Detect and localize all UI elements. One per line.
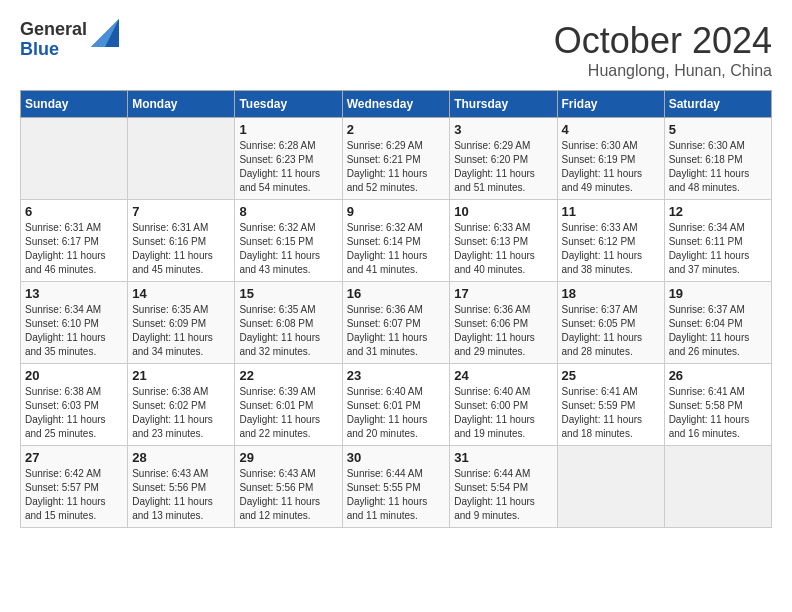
day-number: 16 bbox=[347, 286, 446, 301]
day-info: Sunrise: 6:30 AM Sunset: 6:19 PM Dayligh… bbox=[562, 139, 660, 195]
day-number: 15 bbox=[239, 286, 337, 301]
day-number: 7 bbox=[132, 204, 230, 219]
calendar-cell: 25Sunrise: 6:41 AM Sunset: 5:59 PM Dayli… bbox=[557, 364, 664, 446]
calendar-cell: 20Sunrise: 6:38 AM Sunset: 6:03 PM Dayli… bbox=[21, 364, 128, 446]
day-info: Sunrise: 6:31 AM Sunset: 6:16 PM Dayligh… bbox=[132, 221, 230, 277]
calendar-cell: 2Sunrise: 6:29 AM Sunset: 6:21 PM Daylig… bbox=[342, 118, 450, 200]
day-info: Sunrise: 6:44 AM Sunset: 5:54 PM Dayligh… bbox=[454, 467, 552, 523]
day-info: Sunrise: 6:30 AM Sunset: 6:18 PM Dayligh… bbox=[669, 139, 767, 195]
day-number: 19 bbox=[669, 286, 767, 301]
day-info: Sunrise: 6:28 AM Sunset: 6:23 PM Dayligh… bbox=[239, 139, 337, 195]
day-info: Sunrise: 6:37 AM Sunset: 6:05 PM Dayligh… bbox=[562, 303, 660, 359]
day-info: Sunrise: 6:32 AM Sunset: 6:15 PM Dayligh… bbox=[239, 221, 337, 277]
weekday-header: Tuesday bbox=[235, 91, 342, 118]
calendar-cell: 3Sunrise: 6:29 AM Sunset: 6:20 PM Daylig… bbox=[450, 118, 557, 200]
day-info: Sunrise: 6:44 AM Sunset: 5:55 PM Dayligh… bbox=[347, 467, 446, 523]
day-number: 24 bbox=[454, 368, 552, 383]
calendar-cell bbox=[557, 446, 664, 528]
day-info: Sunrise: 6:37 AM Sunset: 6:04 PM Dayligh… bbox=[669, 303, 767, 359]
calendar-cell: 14Sunrise: 6:35 AM Sunset: 6:09 PM Dayli… bbox=[128, 282, 235, 364]
day-number: 12 bbox=[669, 204, 767, 219]
title-section: October 2024 Huanglong, Hunan, China bbox=[554, 20, 772, 80]
day-info: Sunrise: 6:33 AM Sunset: 6:13 PM Dayligh… bbox=[454, 221, 552, 277]
day-info: Sunrise: 6:29 AM Sunset: 6:20 PM Dayligh… bbox=[454, 139, 552, 195]
day-info: Sunrise: 6:29 AM Sunset: 6:21 PM Dayligh… bbox=[347, 139, 446, 195]
logo: General Blue bbox=[20, 20, 119, 60]
day-number: 13 bbox=[25, 286, 123, 301]
calendar-cell: 27Sunrise: 6:42 AM Sunset: 5:57 PM Dayli… bbox=[21, 446, 128, 528]
calendar-week-row: 27Sunrise: 6:42 AM Sunset: 5:57 PM Dayli… bbox=[21, 446, 772, 528]
day-number: 30 bbox=[347, 450, 446, 465]
calendar-cell: 28Sunrise: 6:43 AM Sunset: 5:56 PM Dayli… bbox=[128, 446, 235, 528]
day-info: Sunrise: 6:40 AM Sunset: 6:01 PM Dayligh… bbox=[347, 385, 446, 441]
day-number: 4 bbox=[562, 122, 660, 137]
calendar-cell: 13Sunrise: 6:34 AM Sunset: 6:10 PM Dayli… bbox=[21, 282, 128, 364]
weekday-header: Friday bbox=[557, 91, 664, 118]
calendar-cell: 24Sunrise: 6:40 AM Sunset: 6:00 PM Dayli… bbox=[450, 364, 557, 446]
calendar-cell: 31Sunrise: 6:44 AM Sunset: 5:54 PM Dayli… bbox=[450, 446, 557, 528]
day-number: 25 bbox=[562, 368, 660, 383]
day-number: 20 bbox=[25, 368, 123, 383]
day-info: Sunrise: 6:35 AM Sunset: 6:08 PM Dayligh… bbox=[239, 303, 337, 359]
calendar-cell: 12Sunrise: 6:34 AM Sunset: 6:11 PM Dayli… bbox=[664, 200, 771, 282]
day-number: 28 bbox=[132, 450, 230, 465]
logo-icon bbox=[91, 19, 119, 47]
page-header: General Blue October 2024 Huanglong, Hun… bbox=[20, 20, 772, 80]
calendar-cell: 7Sunrise: 6:31 AM Sunset: 6:16 PM Daylig… bbox=[128, 200, 235, 282]
logo-blue: Blue bbox=[20, 40, 87, 60]
calendar-cell: 22Sunrise: 6:39 AM Sunset: 6:01 PM Dayli… bbox=[235, 364, 342, 446]
calendar-week-row: 13Sunrise: 6:34 AM Sunset: 6:10 PM Dayli… bbox=[21, 282, 772, 364]
day-number: 31 bbox=[454, 450, 552, 465]
day-info: Sunrise: 6:38 AM Sunset: 6:02 PM Dayligh… bbox=[132, 385, 230, 441]
calendar-cell: 19Sunrise: 6:37 AM Sunset: 6:04 PM Dayli… bbox=[664, 282, 771, 364]
day-info: Sunrise: 6:41 AM Sunset: 5:58 PM Dayligh… bbox=[669, 385, 767, 441]
calendar-cell: 9Sunrise: 6:32 AM Sunset: 6:14 PM Daylig… bbox=[342, 200, 450, 282]
day-info: Sunrise: 6:31 AM Sunset: 6:17 PM Dayligh… bbox=[25, 221, 123, 277]
calendar-cell: 26Sunrise: 6:41 AM Sunset: 5:58 PM Dayli… bbox=[664, 364, 771, 446]
day-number: 21 bbox=[132, 368, 230, 383]
day-number: 22 bbox=[239, 368, 337, 383]
calendar-cell: 21Sunrise: 6:38 AM Sunset: 6:02 PM Dayli… bbox=[128, 364, 235, 446]
calendar-cell: 4Sunrise: 6:30 AM Sunset: 6:19 PM Daylig… bbox=[557, 118, 664, 200]
calendar-cell: 17Sunrise: 6:36 AM Sunset: 6:06 PM Dayli… bbox=[450, 282, 557, 364]
calendar-cell: 23Sunrise: 6:40 AM Sunset: 6:01 PM Dayli… bbox=[342, 364, 450, 446]
day-info: Sunrise: 6:35 AM Sunset: 6:09 PM Dayligh… bbox=[132, 303, 230, 359]
day-info: Sunrise: 6:39 AM Sunset: 6:01 PM Dayligh… bbox=[239, 385, 337, 441]
weekday-header: Thursday bbox=[450, 91, 557, 118]
day-number: 5 bbox=[669, 122, 767, 137]
day-number: 11 bbox=[562, 204, 660, 219]
month-title: October 2024 bbox=[554, 20, 772, 62]
day-number: 27 bbox=[25, 450, 123, 465]
weekday-header: Saturday bbox=[664, 91, 771, 118]
day-number: 18 bbox=[562, 286, 660, 301]
logo-general: General bbox=[20, 20, 87, 40]
day-info: Sunrise: 6:43 AM Sunset: 5:56 PM Dayligh… bbox=[239, 467, 337, 523]
day-number: 9 bbox=[347, 204, 446, 219]
day-info: Sunrise: 6:40 AM Sunset: 6:00 PM Dayligh… bbox=[454, 385, 552, 441]
calendar-cell: 5Sunrise: 6:30 AM Sunset: 6:18 PM Daylig… bbox=[664, 118, 771, 200]
day-info: Sunrise: 6:34 AM Sunset: 6:10 PM Dayligh… bbox=[25, 303, 123, 359]
day-number: 6 bbox=[25, 204, 123, 219]
day-info: Sunrise: 6:36 AM Sunset: 6:06 PM Dayligh… bbox=[454, 303, 552, 359]
day-number: 14 bbox=[132, 286, 230, 301]
calendar-cell: 1Sunrise: 6:28 AM Sunset: 6:23 PM Daylig… bbox=[235, 118, 342, 200]
day-info: Sunrise: 6:41 AM Sunset: 5:59 PM Dayligh… bbox=[562, 385, 660, 441]
day-info: Sunrise: 6:42 AM Sunset: 5:57 PM Dayligh… bbox=[25, 467, 123, 523]
day-number: 23 bbox=[347, 368, 446, 383]
day-info: Sunrise: 6:32 AM Sunset: 6:14 PM Dayligh… bbox=[347, 221, 446, 277]
day-number: 17 bbox=[454, 286, 552, 301]
weekday-header: Sunday bbox=[21, 91, 128, 118]
day-number: 26 bbox=[669, 368, 767, 383]
day-number: 3 bbox=[454, 122, 552, 137]
calendar-cell: 29Sunrise: 6:43 AM Sunset: 5:56 PM Dayli… bbox=[235, 446, 342, 528]
calendar-cell: 10Sunrise: 6:33 AM Sunset: 6:13 PM Dayli… bbox=[450, 200, 557, 282]
calendar-cell bbox=[21, 118, 128, 200]
calendar-cell: 18Sunrise: 6:37 AM Sunset: 6:05 PM Dayli… bbox=[557, 282, 664, 364]
calendar-week-row: 20Sunrise: 6:38 AM Sunset: 6:03 PM Dayli… bbox=[21, 364, 772, 446]
day-info: Sunrise: 6:38 AM Sunset: 6:03 PM Dayligh… bbox=[25, 385, 123, 441]
day-number: 2 bbox=[347, 122, 446, 137]
day-info: Sunrise: 6:43 AM Sunset: 5:56 PM Dayligh… bbox=[132, 467, 230, 523]
weekday-header-row: SundayMondayTuesdayWednesdayThursdayFrid… bbox=[21, 91, 772, 118]
calendar-cell: 6Sunrise: 6:31 AM Sunset: 6:17 PM Daylig… bbox=[21, 200, 128, 282]
weekday-header: Monday bbox=[128, 91, 235, 118]
